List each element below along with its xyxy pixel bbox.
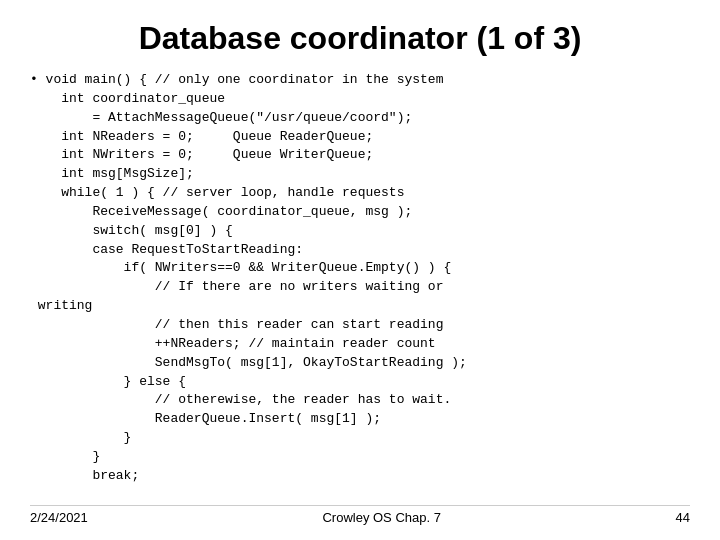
code-block: • void main() { // only one coordinator … [30,71,690,497]
slide: Database coordinator (1 of 3) • void mai… [0,0,720,540]
footer-date: 2/24/2021 [30,510,88,525]
footer-page: 44 [676,510,690,525]
bullet: • void main() { // only one coordinator … [30,72,467,483]
slide-footer: 2/24/2021 Crowley OS Chap. 7 44 [30,505,690,525]
footer-center: Crowley OS Chap. 7 [322,510,441,525]
slide-title: Database coordinator (1 of 3) [30,20,690,57]
slide-content: • void main() { // only one coordinator … [30,71,690,497]
